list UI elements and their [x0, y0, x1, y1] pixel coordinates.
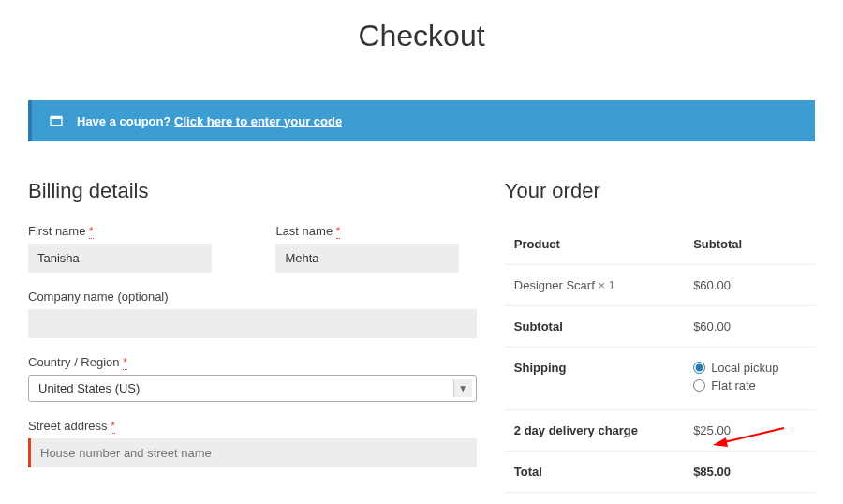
col-product: Product — [505, 224, 684, 265]
table-row: Shipping Local pickup Flat rate — [505, 348, 815, 410]
shipping-option-flat-rate[interactable]: Flat rate — [693, 378, 806, 393]
country-selected-value: United States (US) — [38, 381, 140, 395]
first-name-label: First name * — [28, 224, 229, 238]
item-subtotal: $60.00 — [684, 265, 815, 306]
street-input[interactable] — [28, 438, 477, 467]
item-qty: × 1 — [598, 278, 614, 292]
billing-heading: Billing details — [28, 179, 477, 203]
last-name-input[interactable] — [275, 244, 459, 273]
fee-label: 2 day delivery charge — [505, 410, 684, 452]
table-row: Designer Scarf × 1 $60.00 — [505, 265, 815, 306]
item-name: Designer Scarf — [514, 278, 595, 292]
svg-rect-1 — [51, 116, 62, 119]
coupon-icon — [49, 113, 64, 128]
order-heading: Your order — [505, 179, 815, 203]
shipping-radio-flat-rate[interactable] — [693, 379, 705, 392]
company-input[interactable] — [28, 309, 477, 338]
first-name-input[interactable] — [28, 244, 212, 273]
fee-value: $25.00 — [684, 410, 815, 452]
required-indicator: * — [111, 420, 115, 434]
required-indicator: * — [336, 225, 341, 239]
required-indicator: * — [123, 356, 127, 370]
coupon-text-wrap: Have a coupon? Click here to enter your … — [77, 114, 342, 128]
col-subtotal: Subtotal — [684, 224, 815, 265]
shipping-label: Shipping — [505, 348, 684, 410]
coupon-prompt: Have a coupon? — [77, 114, 170, 128]
total-value: $85.00 — [684, 452, 815, 493]
subtotal-value: $60.00 — [684, 306, 815, 348]
company-label: Company name (optional) — [28, 289, 477, 304]
order-section: Your order Product Subtotal Designer Sca… — [505, 179, 815, 493]
required-indicator: * — [89, 225, 94, 239]
subtotal-label: Subtotal — [505, 306, 684, 348]
billing-section: Billing details First name * Last name * — [28, 179, 477, 493]
last-name-label: Last name * — [275, 224, 476, 238]
table-row: Total $85.00 — [505, 452, 815, 493]
total-label: Total — [505, 452, 684, 493]
order-table: Product Subtotal Designer Scarf × 1 $60.… — [505, 224, 815, 493]
country-label: Country / Region * — [28, 355, 477, 369]
page-title: Checkout — [0, 0, 843, 100]
street-label: Street address * — [28, 419, 477, 433]
table-row: 2 day delivery charge $25.00 — [505, 410, 815, 452]
chevron-down-icon: ▼ — [453, 379, 472, 397]
coupon-banner[interactable]: Have a coupon? Click here to enter your … — [28, 100, 815, 141]
table-row: Subtotal $60.00 — [505, 306, 815, 348]
shipping-option-local-pickup[interactable]: Local pickup — [693, 361, 806, 375]
shipping-radio-local-pickup[interactable] — [693, 362, 705, 374]
coupon-link[interactable]: Click here to enter your code — [174, 114, 342, 128]
country-select[interactable]: United States (US) ▼ — [28, 375, 477, 402]
